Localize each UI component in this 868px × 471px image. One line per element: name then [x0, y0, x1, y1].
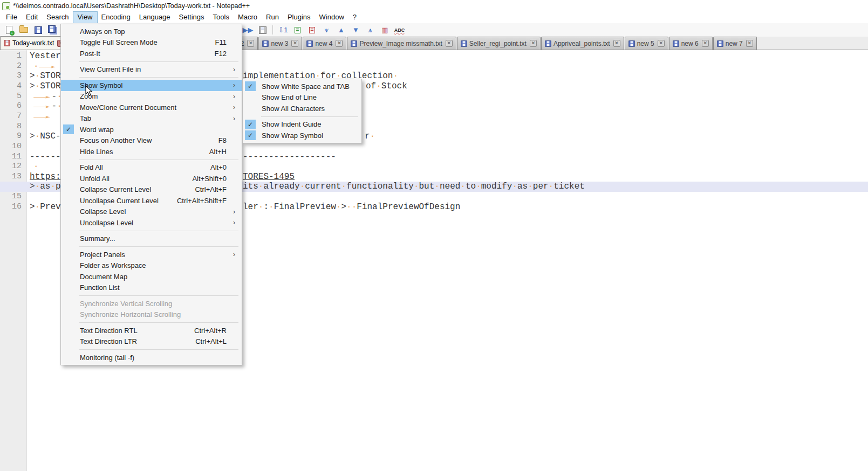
compare-navbar-icon[interactable]: ▥ — [378, 24, 392, 36]
menu-separator — [79, 231, 238, 231]
menu-item-label: Synchronize Vertical Scrolling — [75, 300, 227, 308]
first-diff-icon: ⩛ — [325, 26, 329, 33]
menu-item-uncollapse-current-level[interactable]: Uncollapse Current LevelCtrl+Alt+Shift+F — [61, 195, 242, 206]
menu-item-post-it[interactable]: Post-ItF12 — [61, 48, 242, 59]
menubar-item-edit[interactable]: Edit — [22, 12, 42, 23]
menubar-item-language[interactable]: Language — [135, 12, 175, 23]
tab-preview-image-missmath-txt[interactable]: Preview_Image missmath.txt✕ — [347, 37, 456, 50]
menu-item-show-all-characters[interactable]: Show All Characters — [243, 103, 361, 114]
save-icon[interactable] — [31, 24, 45, 36]
doc-switcher-icon[interactable]: ⇩1 — [276, 24, 290, 36]
menu-item-uncollapse-level[interactable]: Uncollapse Level› — [61, 217, 242, 228]
menubar-item-encoding[interactable]: Encoding — [97, 12, 135, 23]
tab-today-work-txt[interactable]: Today-work.txt✕ — [0, 36, 69, 50]
menu-item-tab[interactable]: Tab› — [61, 113, 242, 124]
menubar-item-file[interactable]: File — [2, 12, 22, 23]
saved-doc-icon — [461, 40, 467, 46]
menu-item-synchronize-vertical-scrolling[interactable]: Synchronize Vertical Scrolling — [61, 298, 242, 309]
last-diff-icon[interactable]: ⩚ — [364, 24, 377, 36]
menu-item-focus-on-another-view[interactable]: Focus on Another ViewF8 — [61, 135, 242, 147]
menu-item-hide-lines[interactable]: Hide LinesAlt+H — [61, 146, 242, 157]
notepadpp-window: *\\deimos.contrado.local\Users\DashrathH… — [0, 0, 868, 471]
menu-item-text-direction-rtl[interactable]: Text Direction RTLCtrl+Alt+R — [61, 325, 242, 336]
open-file-icon[interactable] — [17, 24, 30, 36]
menubar-item-[interactable]: ? — [348, 12, 361, 23]
submenu-arrow-icon: › — [233, 208, 241, 216]
menu-item-function-list[interactable]: Function List — [61, 282, 242, 294]
submenu-arrow-icon: › — [233, 219, 241, 226]
check-space — [63, 80, 74, 90]
tab-seller-regi-point-txt[interactable]: Seller_regi_point.txt✕ — [457, 37, 541, 50]
menu-item-show-wrap-symbol[interactable]: ✓Show Wrap Symbol — [243, 130, 361, 141]
save-macro-icon[interactable] — [256, 24, 269, 36]
menubar-item-run[interactable]: Run — [262, 12, 283, 23]
tab-close-icon[interactable]: ✕ — [613, 40, 620, 47]
compare-equal-icon[interactable]: = — [291, 24, 304, 36]
save-all-icon[interactable] — [46, 24, 59, 36]
next-diff-icon[interactable]: ▼ — [349, 24, 363, 36]
menu-item-collapse-level[interactable]: Collapse Level› — [61, 206, 242, 218]
check-space — [63, 352, 74, 362]
check-space — [63, 49, 74, 58]
code-text: FinalPreviewOfDesign — [357, 202, 460, 212]
tab-close-icon[interactable]: ✕ — [746, 40, 753, 47]
tab-new-6[interactable]: new 6✕ — [669, 37, 713, 50]
spell-check-abc-icon[interactable]: ABC — [393, 24, 406, 36]
tab-new-5[interactable]: new 5✕ — [625, 37, 668, 50]
code-text: ticket — [553, 182, 585, 191]
menu-bar: FileEditSearchViewEncodingLanguageSettin… — [0, 12, 868, 23]
compare-remove-icon[interactable]: = — [305, 24, 319, 36]
tab-new-3[interactable]: new 3✕ — [258, 37, 302, 50]
check-space — [63, 325, 74, 335]
menu-item-monitoring-tail-f[interactable]: Monitoring (tail -f) — [61, 352, 242, 363]
menubar-item-tools[interactable]: Tools — [209, 12, 234, 23]
tab-label: new 3 — [271, 40, 288, 47]
tab-close-icon[interactable]: ✕ — [336, 40, 343, 47]
tab-close-icon[interactable]: ✕ — [247, 40, 254, 47]
menu-item-show-end-of-line[interactable]: Show End of Line — [243, 92, 361, 103]
menu-item-toggle-full-screen-mode[interactable]: Toggle Full Screen ModeF11 — [61, 37, 242, 49]
menu-item-text-direction-ltr[interactable]: Text Direction LTRCtrl+Alt+L — [61, 336, 242, 348]
menu-item-folder-as-workspace[interactable]: Folder as Workspace — [61, 260, 242, 272]
tab-close-icon[interactable]: ✕ — [702, 40, 709, 47]
run-macro-multiple-icon[interactable]: ▶▶ — [241, 24, 255, 36]
check-space — [245, 103, 256, 113]
code-text: functionality — [346, 182, 414, 191]
menubar-item-search[interactable]: Search — [42, 12, 73, 23]
menubar-item-settings[interactable]: Settings — [175, 12, 209, 23]
tab-new-7[interactable]: new 7✕ — [713, 37, 757, 50]
tab-close-icon[interactable]: ✕ — [291, 40, 298, 47]
menu-item-move-clone-current-document[interactable]: Move/Clone Current Document› — [61, 102, 242, 113]
menu-item-word-wrap[interactable]: ✓Word wrap — [61, 124, 242, 135]
menu-item-view-current-file-in[interactable]: View Current File in› — [61, 64, 242, 75]
doc-switcher-icon: ⇩1 — [278, 26, 288, 33]
checkmark-icon: ✓ — [245, 81, 256, 91]
mouse-cursor-icon — [85, 85, 93, 96]
menubar-item-view[interactable]: View — [73, 12, 97, 23]
menu-item-collapse-current-level[interactable]: Collapse Current LevelCtrl+Alt+F — [61, 184, 242, 196]
menu-item-fold-all[interactable]: Fold AllAlt+0 — [61, 162, 242, 174]
code-fragment: Yester — [30, 51, 61, 61]
menubar-item-plugins[interactable]: Plugins — [283, 12, 315, 23]
prev-diff-icon[interactable]: ▲ — [334, 24, 348, 36]
tab-close-icon[interactable]: ✕ — [658, 40, 665, 47]
tab-close-icon[interactable]: ✕ — [446, 40, 453, 47]
tab-appriveal-points-txt[interactable]: Appriveal_points.txt✕ — [541, 37, 624, 50]
menu-item-unfold-all[interactable]: Unfold AllAlt+Shift+0 — [61, 173, 242, 184]
first-diff-icon[interactable]: ⩛ — [320, 24, 333, 36]
menu-item-project-panels[interactable]: Project Panels› — [61, 249, 242, 260]
whitespace-symbol: → — [33, 112, 50, 121]
menu-item-shortcut: Alt+Shift+0 — [192, 175, 233, 183]
new-file-icon[interactable] — [2, 24, 16, 36]
menu-item-show-indent-guide[interactable]: ✓Show Indent Guide — [243, 119, 361, 130]
menu-item-always-on-top[interactable]: Always on Top — [61, 26, 242, 37]
menu-item-synchronize-horizontal-scrolling[interactable]: Synchronize Horizontal Scrolling — [61, 309, 242, 321]
menu-item-show-white-space-and-tab[interactable]: ✓Show White Space and TAB — [243, 81, 361, 92]
menubar-item-macro[interactable]: Macro — [234, 12, 262, 23]
tab-new-4[interactable]: new 4✕ — [303, 37, 346, 50]
menubar-item-window[interactable]: Window — [315, 12, 348, 23]
menu-item-summary[interactable]: Summary... — [61, 233, 242, 245]
url-text: TORES-1495 — [243, 172, 295, 183]
tab-close-icon[interactable]: ✕ — [530, 40, 537, 47]
menu-item-document-map[interactable]: Document Map — [61, 271, 242, 282]
